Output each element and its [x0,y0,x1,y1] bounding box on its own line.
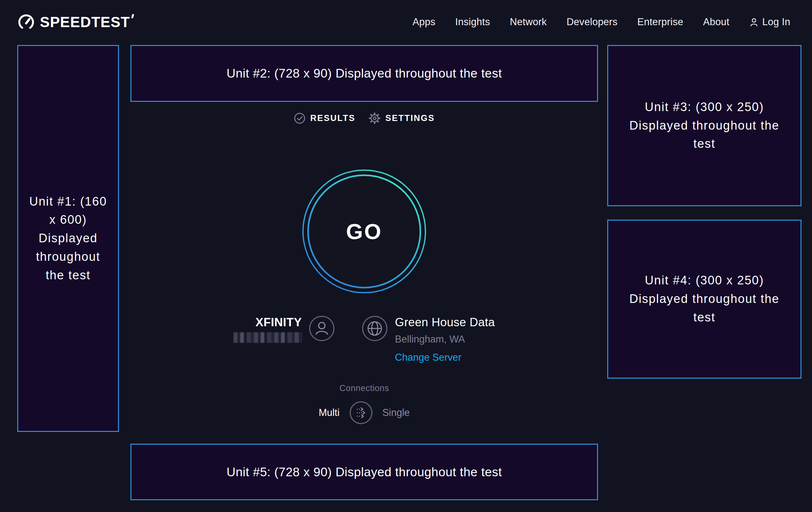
nav-item-developers[interactable]: Developers [567,16,617,28]
server-group: Green House Data Bellingham, WA Change S… [362,315,495,363]
ad-unit-3-text: Unit #3: (300 x 250) Displayed throughou… [628,98,781,153]
ad-unit-1[interactable]: Unit #1: (160 x 600) Displayed throughou… [17,45,119,432]
server-name: Green House Data [395,315,495,329]
connections-toggle-button[interactable] [349,401,373,425]
ad-unit-5-text: Unit #5: (728 x 90) Displayed throughout… [227,462,502,481]
login-label: Log In [762,16,790,28]
check-circle-icon [294,112,306,124]
ad-unit-2[interactable]: Unit #2: (728 x 90) Displayed throughout… [130,45,598,102]
person-icon [309,315,335,342]
ad-unit-1-text: Unit #1: (160 x 600) Displayed throughou… [27,192,109,285]
ad-unit-4[interactable]: Unit #4: (300 x 250) Displayed throughou… [607,220,802,379]
connection-meta: XFINITY Green House Data Bellingham, WA … [130,315,598,363]
nav-item-apps[interactable]: Apps [412,16,435,28]
ad-unit-5[interactable]: Unit #5: (728 x 90) Displayed throughout… [130,444,598,500]
connections-section: Connections Multi Single [130,383,598,425]
speedtest-logo[interactable]: SPEEDTEST [18,14,134,31]
server-info: Green House Data Bellingham, WA Change S… [395,315,495,363]
change-server-link[interactable]: Change Server [395,352,462,363]
logo-text: SPEEDTEST [40,14,134,31]
go-label: GO [302,169,427,294]
connections-label: Connections [130,383,598,393]
login-button[interactable]: Log In [749,16,790,28]
tab-settings[interactable]: SETTINGS [369,112,435,124]
gear-icon [369,112,380,124]
isp-name: XFINITY [233,315,302,329]
nav-item-about[interactable]: About [703,16,729,28]
tabs-bar: RESULTS [130,112,598,124]
connections-option-single[interactable]: Single [382,407,410,419]
isp-group: XFINITY [233,315,335,343]
isp-ip-redacted [233,332,302,343]
tab-settings-label: SETTINGS [385,113,435,123]
tab-results[interactable]: RESULTS [294,112,356,124]
ad-unit-4-text: Unit #4: (300 x 250) Displayed throughou… [628,271,781,327]
nav-item-network[interactable]: Network [510,16,547,28]
speedtest-page: SPEEDTEST Apps Insights Network Develope… [0,0,812,512]
globe-icon [362,315,388,342]
nav-item-insights[interactable]: Insights [455,16,490,28]
go-button[interactable]: GO [302,169,427,294]
multi-connection-icon [349,401,373,425]
isp-info: XFINITY [233,315,302,343]
tab-results-label: RESULTS [310,113,356,123]
connections-option-multi[interactable]: Multi [319,407,339,419]
server-location: Bellingham, WA [395,333,495,345]
connections-toggle-row: Multi Single [130,401,598,425]
speedometer-logo-icon [18,14,35,31]
ad-unit-3[interactable]: Unit #3: (300 x 250) Displayed throughou… [607,45,802,206]
nav-item-enterprise[interactable]: Enterprise [637,16,683,28]
main-nav: Apps Insights Network Developers Enterpr… [412,16,790,28]
logo-trademark-icon [131,14,134,18]
user-icon [749,17,759,27]
ad-unit-2-text: Unit #2: (728 x 90) Displayed throughout… [227,64,502,83]
header: SPEEDTEST Apps Insights Network Develope… [0,0,812,44]
